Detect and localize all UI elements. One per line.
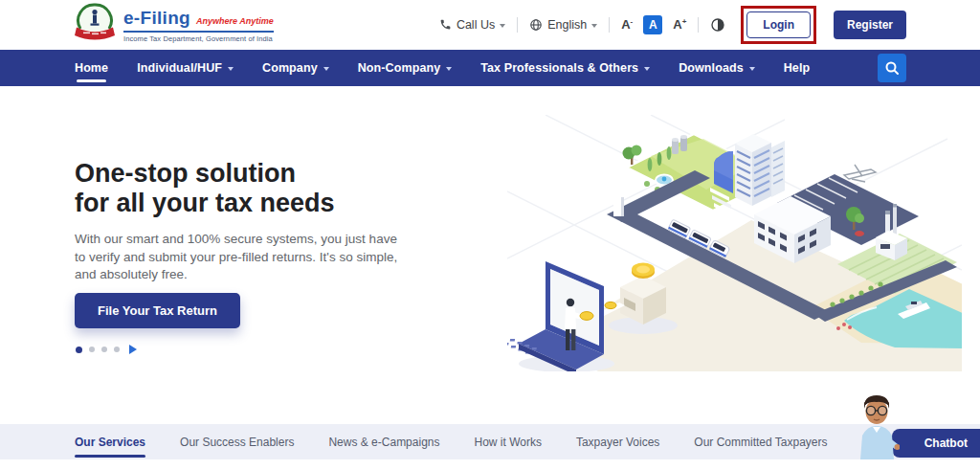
tab-our-success-enablers[interactable]: Our Success Enablers	[180, 424, 294, 459]
brand-name: e-Filing	[123, 8, 190, 29]
nav-label: Downloads	[679, 61, 744, 75]
font-increase-button[interactable]: A+	[673, 17, 686, 32]
contrast-toggle-icon[interactable]	[710, 17, 725, 33]
chevron-down-icon	[591, 24, 597, 28]
chevron-down-icon	[500, 24, 505, 28]
laptop-person-illustration	[507, 261, 604, 371]
nav-item-tax-professionals[interactable]: Tax Professionals & Others	[480, 50, 650, 86]
globe-icon	[529, 18, 543, 32]
carousel-controls	[76, 345, 137, 354]
divider	[517, 17, 518, 33]
efiling-homepage: e-Filing Anywhere Anytime Income Tax Dep…	[0, 0, 980, 470]
register-button[interactable]: Register	[834, 11, 906, 39]
carousel-play-icon[interactable]	[129, 345, 137, 354]
hero-illustration	[507, 115, 962, 371]
chatbot-button[interactable]: Chatbot	[892, 429, 980, 458]
hero-heading-line2: for all your tax needs	[75, 189, 335, 217]
header: e-Filing Anywhere Anytime Income Tax Dep…	[0, 0, 980, 49]
divider	[698, 17, 699, 33]
brand-subtitle: Income Tax Department, Government of Ind…	[123, 34, 274, 43]
nav-label: Individual/HUF	[137, 61, 222, 75]
search-button[interactable]	[878, 54, 906, 82]
font-decrease-button[interactable]: A-	[621, 17, 633, 32]
font-default-button[interactable]: A	[643, 15, 662, 34]
font-size-controls: A- A A+	[621, 15, 686, 34]
nav-label: Non-Company	[358, 61, 441, 75]
file-tax-return-button[interactable]: File Your Tax Return	[75, 293, 240, 328]
nav-item-non-company[interactable]: Non-Company	[358, 50, 453, 86]
brand-text: e-Filing Anywhere Anytime Income Tax Dep…	[123, 5, 274, 43]
car	[855, 231, 864, 236]
tab-our-committed-taxpayers[interactable]: Our Committed Taxpayers	[694, 424, 827, 459]
nav-item-individual-huf[interactable]: Individual/HUF	[137, 50, 234, 86]
nav-label: Help	[784, 61, 811, 75]
language-menu[interactable]: English	[529, 18, 597, 32]
header-controls: Call Us English A- A A+	[439, 0, 906, 49]
chevron-down-icon	[644, 67, 650, 71]
chevron-down-icon	[323, 67, 329, 71]
chevron-down-icon	[749, 67, 755, 71]
search-icon	[884, 60, 900, 76]
phone-icon	[439, 18, 452, 31]
login-button[interactable]: Login	[746, 11, 811, 38]
income-tax-emblem-icon	[75, 3, 115, 45]
nav-item-downloads[interactable]: Downloads	[679, 50, 755, 86]
hero-description: With our smart and 100% secure systems, …	[75, 231, 400, 284]
tab-how-it-works[interactable]: How it Works	[474, 424, 541, 459]
main-navigation: Home Individual/HUF Company Non-Company …	[0, 50, 980, 86]
hero-heading: One-stop solution for all your tax needs	[75, 159, 335, 218]
carousel-dot-1[interactable]	[76, 347, 82, 353]
tab-news-e-campaigns[interactable]: News & e-Campaigns	[328, 424, 439, 459]
divider	[609, 17, 610, 33]
nav-item-home[interactable]: Home	[75, 50, 108, 86]
nav-label: Tax Professionals & Others	[480, 61, 638, 75]
site-logo[interactable]: e-Filing Anywhere Anytime Income Tax Dep…	[75, 3, 274, 45]
hero-section: One-stop solution for all your tax needs…	[0, 86, 980, 424]
chevron-down-icon	[228, 67, 234, 71]
carousel-dot-4[interactable]	[114, 347, 120, 352]
nav-item-help[interactable]: Help	[784, 50, 811, 86]
carousel-dot-3[interactable]	[101, 347, 107, 352]
chevron-down-icon	[446, 67, 452, 71]
login-highlight-annotation: Login	[741, 6, 816, 44]
section-tabs: Our Services Our Success Enablers News &…	[0, 424, 980, 459]
chatbot-avatar[interactable]	[854, 393, 900, 459]
language-label: English	[547, 18, 587, 32]
tab-taxpayer-voices[interactable]: Taxpayer Voices	[576, 424, 659, 459]
nav-item-company[interactable]: Company	[262, 50, 329, 86]
carousel-dot-2[interactable]	[89, 347, 95, 352]
gate-pillar	[613, 195, 621, 216]
tab-our-services[interactable]: Our Services	[75, 424, 145, 459]
nav-label: Home	[75, 61, 108, 75]
call-us-menu[interactable]: Call Us	[439, 18, 505, 32]
call-us-label: Call Us	[457, 18, 495, 32]
hero-heading-line1: One-stop solution	[75, 159, 296, 188]
nav-label: Company	[262, 61, 318, 75]
airplane-icon	[844, 165, 876, 182]
brand-tagline: Anywhere Anytime	[196, 16, 274, 26]
